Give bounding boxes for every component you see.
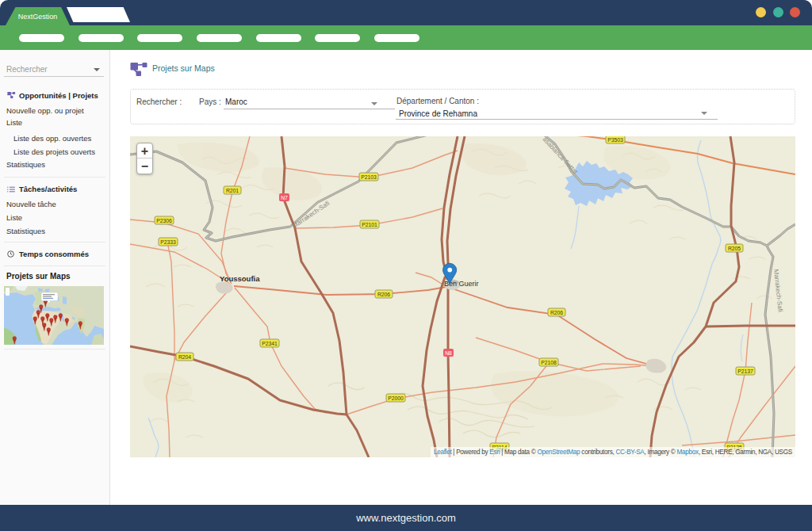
svg-text:R201: R201 [226, 188, 239, 193]
svg-text:R204: R204 [178, 354, 191, 360]
svg-text:P2341: P2341 [262, 341, 278, 346]
svg-text:P2101: P2101 [362, 222, 377, 227]
svg-text:P2108: P2108 [541, 360, 557, 365]
svg-text:R206: R206 [550, 310, 563, 315]
svg-text:N7: N7 [281, 195, 288, 201]
svg-text:N8: N8 [445, 350, 452, 356]
svg-text:P2103: P2103 [361, 174, 377, 180]
svg-text:P2000: P2000 [388, 395, 404, 401]
svg-text:R206: R206 [377, 292, 390, 297]
svg-text:P2333: P2333 [160, 239, 176, 245]
svg-text:P3503: P3503 [607, 137, 623, 143]
svg-text:P2137: P2137 [737, 369, 753, 374]
svg-text:P2306: P2306 [156, 218, 172, 223]
svg-text:Youssoufia: Youssoufia [220, 274, 260, 283]
svg-text:R205: R205 [728, 246, 741, 251]
